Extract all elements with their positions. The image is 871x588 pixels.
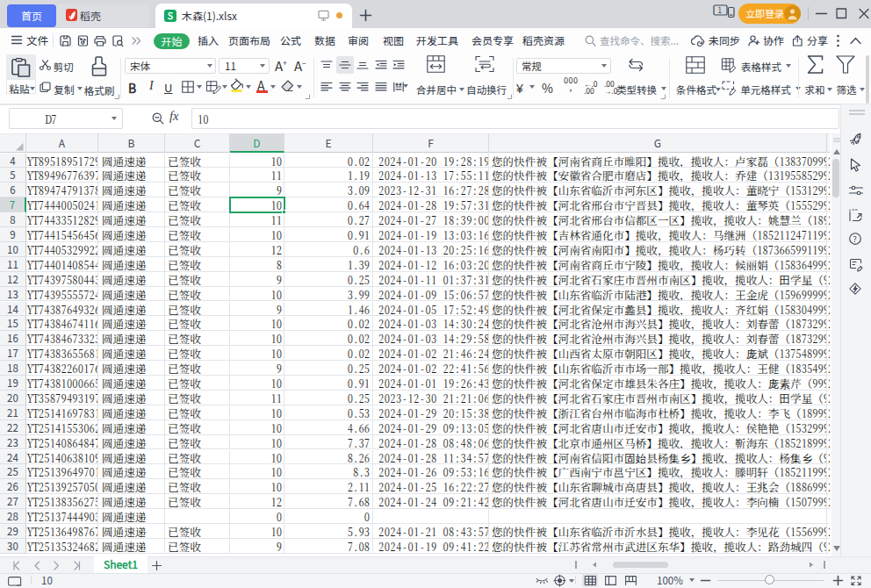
svg-text:1: 1: [718, 5, 722, 15]
svg-text:?: ?: [853, 233, 857, 245]
